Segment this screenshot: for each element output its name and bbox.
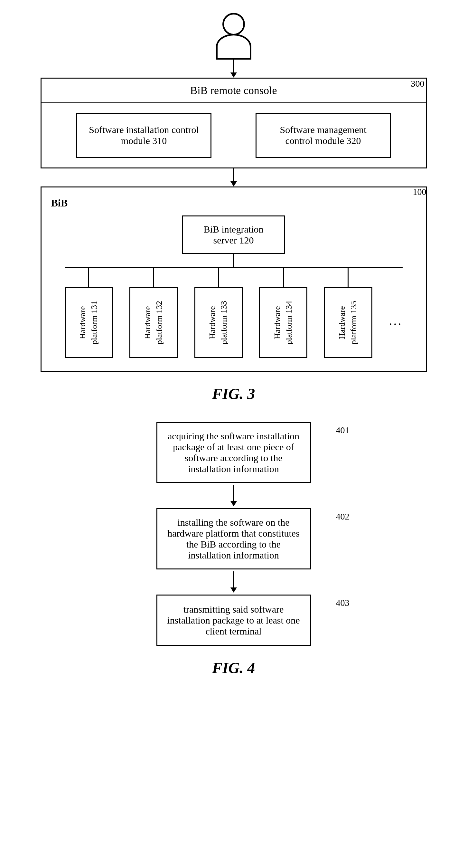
fig3-label: FIG. 3 [212, 385, 255, 403]
flow-step-403-number: 403 [336, 598, 349, 608]
hw-platform-132-box: Hardware platform 132 [129, 287, 178, 358]
hw-platform-131-text: Hardware platform 131 [77, 301, 100, 344]
hw-platform-133-text: Hardware platform 133 [207, 301, 230, 344]
hw-platform-134-box: Hardware platform 134 [259, 287, 307, 358]
arrow-401-to-402 [230, 485, 237, 506]
bib-integration-server-box: BiB integration server 120 [182, 215, 285, 254]
hw-platform-133-box: Hardware platform 133 [194, 287, 243, 358]
flow-step-402-text: installing the software on the hardware … [166, 517, 301, 561]
arrow-402-to-403 [230, 571, 237, 593]
hw-platform-134-text: Hardware platform 134 [272, 301, 295, 344]
software-management-module: Software management control module 320 [256, 113, 391, 158]
fig4-diagram: acquiring the software installation pack… [19, 422, 448, 683]
arrow-head-2 [230, 587, 237, 593]
vline-132 [153, 268, 154, 287]
hw-hline-container: Hardware platform 131 Hardware platform … [65, 267, 403, 358]
flow-step-402-number: 402 [336, 512, 349, 522]
person-body [216, 34, 252, 60]
flow-step-402-wrapper: installing the software on the hardware … [157, 508, 311, 569]
remote-console-title: BiB remote console [41, 79, 426, 103]
vline-server-to-hline [233, 254, 234, 267]
arrow-line-1 [233, 485, 234, 501]
hw-platforms-row: Hardware platform 131 Hardware platform … [65, 268, 403, 358]
arrow-head-1 [230, 501, 237, 506]
flow-step-403-text: transmitting said software installation … [166, 604, 301, 637]
vline-131 [88, 268, 89, 287]
dots-text: ... [389, 313, 402, 328]
hw-platform-131-col: Hardware platform 131 [65, 268, 113, 358]
flow-step-403-wrapper: transmitting said software installation … [157, 594, 311, 646]
hw-platform-131-box: Hardware platform 131 [65, 287, 113, 358]
vline-133 [218, 268, 219, 287]
bib-number: 100 [413, 187, 427, 197]
flow-step-401-wrapper: acquiring the software installation pack… [157, 422, 311, 483]
dots-col: ... [389, 268, 402, 358]
tree-connector: Hardware platform 131 Hardware platform … [51, 254, 416, 358]
bib-outer-box: 100 BiB BiB integration server 120 Hardw… [40, 186, 427, 372]
flow-step-403-box: transmitting said software installation … [157, 594, 311, 646]
fig3-diagram: 300 BiB remote console Software installa… [19, 13, 448, 409]
flow-step-402-box: installing the software on the hardware … [157, 508, 311, 569]
bib-label: BiB [51, 197, 416, 209]
hw-platform-132-col: Hardware platform 132 [129, 268, 178, 358]
person-head [223, 13, 245, 35]
person-icon [216, 13, 252, 60]
hw-platform-133-col: Hardware platform 133 [194, 268, 243, 358]
software-installation-module: Software installation control module 310 [76, 113, 211, 158]
hw-platform-135-text: Hardware platform 135 [336, 301, 360, 344]
bib-remote-console-box: 300 BiB remote console Software installa… [40, 78, 427, 168]
arrow-console-to-bib [227, 168, 240, 186]
flow-step-401-text: acquiring the software installation pack… [166, 431, 301, 474]
flow-step-401-box: acquiring the software installation pack… [157, 422, 311, 483]
hw-platform-135-box: Hardware platform 135 [324, 287, 372, 358]
vline-135 [347, 268, 348, 287]
hw-platform-135-col: Hardware platform 135 [324, 268, 372, 358]
arrow-person-to-console [227, 60, 240, 78]
bib-integration-server-text: BiB integration server 120 [204, 224, 264, 246]
inner-modules-row: Software installation control module 310… [41, 103, 426, 167]
fig4-label: FIG. 4 [212, 659, 255, 677]
hw-platform-134-col: Hardware platform 134 [259, 268, 307, 358]
remote-console-number: 300 [409, 78, 427, 90]
arrow-line-2 [233, 571, 234, 587]
hw-platform-132-text: Hardware platform 132 [142, 301, 165, 344]
vline-134 [283, 268, 284, 287]
flow-step-401-number: 401 [336, 425, 349, 435]
